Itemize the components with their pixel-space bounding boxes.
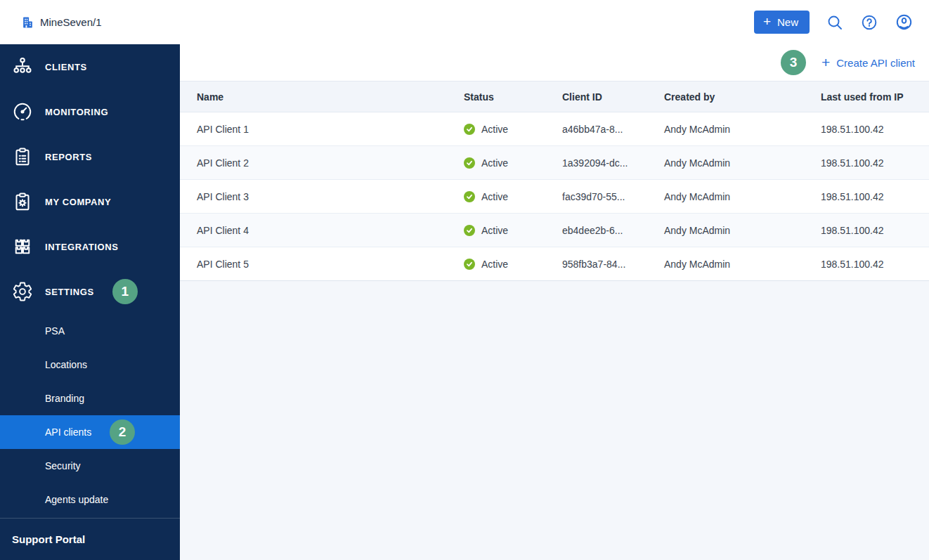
sidebar-item-monitoring[interactable]: MONITORING	[0, 89, 180, 134]
building-icon	[21, 15, 34, 30]
sidebar-item-label: MONITORING	[45, 107, 108, 117]
table-row[interactable]: API Client 2 Active 1a392094-dc... Andy …	[180, 146, 929, 180]
cell-last-used-ip: 198.51.100.42	[821, 124, 929, 135]
cell-last-used-ip: 198.51.100.42	[821, 225, 929, 236]
org-name: MineSeven/1	[40, 16, 102, 28]
sidebar-subitem-agents-update[interactable]: Agents update	[0, 483, 180, 516]
plus-icon: +	[821, 55, 830, 70]
topbar-actions: + New	[754, 11, 929, 34]
org-selector[interactable]: MineSeven/1	[0, 15, 102, 30]
cell-name: API Client 5	[197, 259, 464, 270]
gauge-icon	[11, 100, 34, 123]
active-check-icon	[464, 157, 475, 169]
table-row[interactable]: API Client 5 Active 958fb3a7-84... Andy …	[180, 247, 929, 281]
active-check-icon	[464, 124, 475, 135]
topbar: MineSeven/1 + New	[0, 0, 929, 44]
table-row[interactable]: API Client 1 Active a46bb47a-8... Andy M…	[180, 112, 929, 146]
cell-client-id: a46bb47a-8...	[562, 124, 664, 135]
status-label: Active	[481, 157, 508, 169]
sidebar-subitem-label: Security	[45, 460, 81, 471]
cell-client-id: 958fb3a7-84...	[562, 259, 664, 270]
sidebar-subitem-label: Locations	[45, 359, 87, 370]
sidebar-subitem-api-clients[interactable]: API clients 2	[0, 415, 180, 449]
cell-created-by: Andy McAdmin	[664, 157, 821, 169]
cell-last-used-ip: 198.51.100.42	[821, 191, 929, 202]
new-button[interactable]: + New	[754, 11, 810, 34]
sidebar-subitem-label: Branding	[45, 393, 84, 404]
cell-status: Active	[464, 124, 562, 135]
main-header: 3 + Create API client	[180, 44, 929, 81]
step-badge-2: 2	[110, 419, 135, 445]
cell-status: Active	[464, 225, 562, 236]
sidebar-item-clients[interactable]: CLIENTS	[0, 44, 180, 89]
column-header-name: Name	[197, 91, 464, 103]
blocks-icon	[11, 235, 34, 258]
cell-status: Active	[464, 259, 562, 270]
support-portal-link[interactable]: Support Portal	[0, 518, 180, 560]
cell-client-id: fac39d70-55...	[562, 191, 664, 202]
cell-status: Active	[464, 191, 562, 202]
sidebar-subitem-branding[interactable]: Branding	[0, 382, 180, 415]
sidebar-item-integrations[interactable]: INTEGRATIONS	[0, 224, 180, 269]
gear-icon	[11, 280, 34, 303]
sidebar-item-my-company[interactable]: MY COMPANY	[0, 179, 180, 224]
sidebar-item-label: INTEGRATIONS	[45, 242, 118, 252]
cell-created-by: Andy McAdmin	[664, 191, 821, 202]
sidebar-item-label: CLIENTS	[45, 62, 87, 72]
cell-name: API Client 3	[197, 191, 464, 202]
clipboard-gear-icon	[11, 190, 34, 213]
search-icon[interactable]	[826, 13, 844, 32]
column-header-last-used-ip: Last used from IP	[821, 91, 929, 103]
org-chart-icon	[11, 56, 34, 78]
sidebar-subitem-label: PSA	[45, 325, 65, 337]
cell-client-id: 1a392094-dc...	[562, 157, 664, 169]
sidebar-subitem-label: API clients	[45, 426, 91, 438]
step-badge-3: 3	[781, 50, 806, 75]
column-header-client-id: Client ID	[562, 91, 664, 103]
sidebar: CLIENTS MONITORING REPORTS	[0, 44, 180, 560]
step-badge-1: 1	[112, 279, 138, 304]
account-icon[interactable]	[895, 13, 913, 32]
cell-created-by: Andy McAdmin	[664, 124, 821, 135]
table-row[interactable]: API Client 4 Active eb4dee2b-6... Andy M…	[180, 214, 929, 247]
table-header: Name Status Client ID Created by Last us…	[180, 81, 929, 112]
cell-created-by: Andy McAdmin	[664, 259, 821, 270]
table-row[interactable]: API Client 3 Active fac39d70-55... Andy …	[180, 180, 929, 214]
sidebar-subitem-label: Agents update	[45, 494, 108, 505]
sidebar-item-settings[interactable]: SETTINGS 1	[0, 269, 180, 314]
cell-name: API Client 4	[197, 225, 464, 236]
support-portal-label: Support Portal	[12, 533, 85, 545]
active-check-icon	[464, 191, 475, 202]
cell-status: Active	[464, 157, 562, 169]
status-label: Active	[481, 191, 508, 202]
main-content: 3 + Create API client Name Status Client…	[180, 44, 929, 560]
cell-name: API Client 1	[197, 124, 464, 135]
active-check-icon	[464, 225, 475, 236]
help-icon[interactable]	[860, 13, 878, 32]
sidebar-subitem-security[interactable]: Security	[0, 449, 180, 483]
cell-last-used-ip: 198.51.100.42	[821, 259, 929, 270]
sidebar-item-reports[interactable]: REPORTS	[0, 134, 180, 179]
clipboard-icon	[11, 145, 34, 168]
status-label: Active	[481, 225, 508, 236]
cell-last-used-ip: 198.51.100.42	[821, 157, 929, 169]
sidebar-item-label: SETTINGS	[45, 287, 94, 297]
new-button-label: New	[777, 16, 798, 28]
cell-created-by: Andy McAdmin	[664, 225, 821, 236]
plus-icon: +	[763, 15, 771, 28]
sidebar-item-label: MY COMPANY	[45, 197, 111, 207]
sidebar-item-label: REPORTS	[45, 152, 92, 162]
status-label: Active	[481, 259, 508, 270]
cell-client-id: eb4dee2b-6...	[562, 225, 664, 236]
sidebar-subitem-psa[interactable]: PSA	[0, 314, 180, 348]
cell-name: API Client 2	[197, 157, 464, 169]
create-api-client-label: Create API client	[836, 57, 915, 69]
sidebar-subitem-locations[interactable]: Locations	[0, 348, 180, 382]
column-header-created-by: Created by	[664, 91, 821, 103]
column-header-status: Status	[464, 91, 562, 103]
active-check-icon	[464, 259, 475, 270]
create-api-client-button[interactable]: + Create API client	[821, 56, 915, 70]
status-label: Active	[481, 124, 508, 135]
